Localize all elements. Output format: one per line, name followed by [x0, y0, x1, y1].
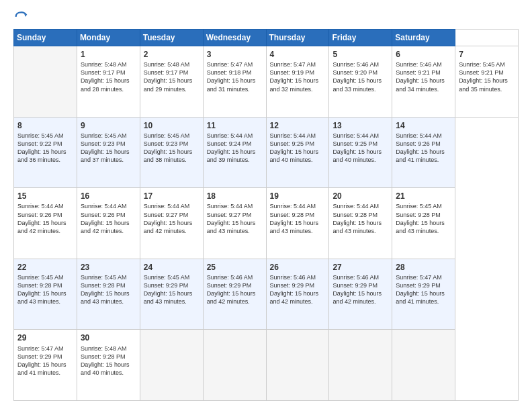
day-info: Sunrise: 5:44 AMSunset: 9:26 PMDaylight:…	[17, 202, 73, 235]
day-info: Sunrise: 5:45 AMSunset: 9:21 PMDaylight:…	[459, 60, 515, 93]
calendar-cell: 29Sunrise: 5:47 AMSunset: 9:29 PMDayligh…	[14, 330, 77, 401]
logo-icon	[15, 10, 28, 24]
calendar-cell	[266, 330, 329, 401]
calendar-cell: 9Sunrise: 5:45 AMSunset: 9:23 PMDaylight…	[77, 117, 140, 188]
day-number: 20	[332, 191, 388, 201]
calendar-cell: 14Sunrise: 5:44 AMSunset: 9:26 PMDayligh…	[392, 117, 455, 188]
day-info: Sunrise: 5:44 AMSunset: 9:27 PMDaylight:…	[144, 202, 200, 235]
day-number: 7	[459, 49, 515, 60]
calendar-cell	[329, 330, 392, 401]
calendar-table: SundayMondayTuesdayWednesdayThursdayFrid…	[13, 29, 519, 401]
day-number: 13	[332, 120, 388, 131]
day-number: 10	[144, 120, 200, 131]
day-info: Sunrise: 5:44 AMSunset: 9:26 PMDaylight:…	[81, 202, 136, 235]
day-number: 12	[270, 120, 326, 131]
day-info: Sunrise: 5:44 AMSunset: 9:28 PMDaylight:…	[270, 202, 326, 235]
day-info: Sunrise: 5:45 AMSunset: 9:28 PMDaylight:…	[81, 273, 136, 306]
day-info: Sunrise: 5:47 AMSunset: 9:29 PMDaylight:…	[396, 273, 451, 306]
day-number: 24	[144, 262, 200, 273]
day-info: Sunrise: 5:45 AMSunset: 9:29 PMDaylight:…	[144, 273, 200, 306]
calendar-cell: 19Sunrise: 5:44 AMSunset: 9:28 PMDayligh…	[266, 188, 329, 259]
day-number: 23	[81, 262, 136, 273]
day-info: Sunrise: 5:47 AMSunset: 9:29 PMDaylight:…	[17, 345, 73, 377]
day-number: 8	[17, 120, 73, 131]
calendar-cell: 20Sunrise: 5:44 AMSunset: 9:28 PMDayligh…	[329, 188, 392, 259]
col-header-saturday: Saturday	[392, 30, 455, 46]
day-info: Sunrise: 5:44 AMSunset: 9:25 PMDaylight:…	[332, 132, 388, 165]
calendar-cell: 8Sunrise: 5:45 AMSunset: 9:22 PMDaylight…	[14, 117, 77, 188]
calendar-cell: 21Sunrise: 5:45 AMSunset: 9:28 PMDayligh…	[392, 188, 455, 259]
day-number: 19	[270, 191, 326, 201]
day-info: Sunrise: 5:47 AMSunset: 9:18 PMDaylight:…	[207, 60, 263, 93]
col-header-friday: Friday	[329, 30, 392, 46]
day-info: Sunrise: 5:46 AMSunset: 9:21 PMDaylight:…	[396, 60, 451, 93]
calendar-cell: 22Sunrise: 5:45 AMSunset: 9:28 PMDayligh…	[14, 259, 77, 330]
calendar-cell: 11Sunrise: 5:44 AMSunset: 9:24 PMDayligh…	[203, 117, 266, 188]
calendar-cell: 30Sunrise: 5:48 AMSunset: 9:28 PMDayligh…	[77, 330, 140, 401]
day-info: Sunrise: 5:44 AMSunset: 9:24 PMDaylight:…	[207, 132, 263, 165]
calendar-cell	[14, 46, 77, 118]
day-info: Sunrise: 5:45 AMSunset: 9:22 PMDaylight:…	[17, 132, 73, 165]
calendar-cell: 23Sunrise: 5:45 AMSunset: 9:28 PMDayligh…	[77, 259, 140, 330]
day-info: Sunrise: 5:46 AMSunset: 9:20 PMDaylight:…	[332, 60, 388, 93]
day-number: 28	[396, 262, 451, 273]
day-number: 4	[270, 49, 326, 60]
header	[13, 10, 519, 24]
day-info: Sunrise: 5:48 AMSunset: 9:17 PMDaylight:…	[81, 60, 136, 93]
calendar-cell: 15Sunrise: 5:44 AMSunset: 9:26 PMDayligh…	[14, 188, 77, 259]
calendar-cell: 24Sunrise: 5:45 AMSunset: 9:29 PMDayligh…	[140, 259, 203, 330]
calendar-cell: 16Sunrise: 5:44 AMSunset: 9:26 PMDayligh…	[77, 188, 140, 259]
day-number: 18	[207, 191, 263, 201]
calendar-cell: 10Sunrise: 5:45 AMSunset: 9:23 PMDayligh…	[140, 117, 203, 188]
day-info: Sunrise: 5:45 AMSunset: 9:23 PMDaylight:…	[144, 132, 200, 165]
calendar-cell: 17Sunrise: 5:44 AMSunset: 9:27 PMDayligh…	[140, 188, 203, 259]
calendar-cell	[140, 330, 203, 401]
day-number: 9	[81, 120, 136, 131]
calendar-cell: 1Sunrise: 5:48 AMSunset: 9:17 PMDaylight…	[77, 46, 140, 118]
calendar-cell: 25Sunrise: 5:46 AMSunset: 9:29 PMDayligh…	[203, 259, 266, 330]
day-info: Sunrise: 5:46 AMSunset: 9:29 PMDaylight:…	[207, 273, 263, 306]
calendar-cell: 7Sunrise: 5:45 AMSunset: 9:21 PMDaylight…	[455, 46, 519, 118]
day-number: 5	[332, 49, 388, 60]
calendar-cell: 28Sunrise: 5:47 AMSunset: 9:29 PMDayligh…	[392, 259, 455, 330]
calendar-cell: 6Sunrise: 5:46 AMSunset: 9:21 PMDaylight…	[392, 46, 455, 118]
page: SundayMondayTuesdayWednesdayThursdayFrid…	[0, 0, 532, 411]
calendar-cell: 2Sunrise: 5:48 AMSunset: 9:17 PMDaylight…	[140, 46, 203, 118]
calendar-cell: 13Sunrise: 5:44 AMSunset: 9:25 PMDayligh…	[329, 117, 392, 188]
day-number: 27	[332, 262, 388, 273]
col-header-wednesday: Wednesday	[203, 30, 266, 46]
day-number: 16	[81, 191, 136, 201]
day-number: 11	[207, 120, 263, 131]
day-info: Sunrise: 5:44 AMSunset: 9:27 PMDaylight:…	[207, 202, 263, 235]
day-number: 1	[81, 49, 136, 60]
day-number: 29	[17, 332, 73, 343]
col-header-monday: Monday	[77, 30, 140, 46]
day-info: Sunrise: 5:45 AMSunset: 9:28 PMDaylight:…	[17, 273, 73, 306]
day-number: 30	[81, 332, 136, 343]
day-number: 26	[270, 262, 326, 273]
day-number: 14	[396, 120, 451, 131]
calendar-cell: 4Sunrise: 5:47 AMSunset: 9:19 PMDaylight…	[266, 46, 329, 118]
calendar-cell: 3Sunrise: 5:47 AMSunset: 9:18 PMDaylight…	[203, 46, 266, 118]
day-info: Sunrise: 5:48 AMSunset: 9:28 PMDaylight:…	[81, 345, 136, 377]
day-info: Sunrise: 5:47 AMSunset: 9:19 PMDaylight:…	[270, 60, 326, 93]
calendar-cell: 12Sunrise: 5:44 AMSunset: 9:25 PMDayligh…	[266, 117, 329, 188]
calendar-cell: 27Sunrise: 5:46 AMSunset: 9:29 PMDayligh…	[329, 259, 392, 330]
col-header-thursday: Thursday	[266, 30, 329, 46]
day-info: Sunrise: 5:44 AMSunset: 9:26 PMDaylight:…	[396, 132, 451, 165]
day-number: 25	[207, 262, 263, 273]
day-info: Sunrise: 5:45 AMSunset: 9:28 PMDaylight:…	[396, 202, 451, 235]
day-number: 21	[396, 191, 451, 201]
calendar-cell: 26Sunrise: 5:46 AMSunset: 9:29 PMDayligh…	[266, 259, 329, 330]
day-number: 17	[144, 191, 200, 201]
day-info: Sunrise: 5:45 AMSunset: 9:23 PMDaylight:…	[81, 132, 136, 165]
logo	[13, 10, 31, 24]
day-number: 15	[17, 191, 73, 201]
day-info: Sunrise: 5:46 AMSunset: 9:29 PMDaylight:…	[332, 273, 388, 306]
day-number: 2	[144, 49, 200, 60]
day-info: Sunrise: 5:48 AMSunset: 9:17 PMDaylight:…	[144, 60, 200, 93]
calendar-cell: 18Sunrise: 5:44 AMSunset: 9:27 PMDayligh…	[203, 188, 266, 259]
col-header-tuesday: Tuesday	[140, 30, 203, 46]
day-number: 6	[396, 49, 451, 60]
day-number: 3	[207, 49, 263, 60]
